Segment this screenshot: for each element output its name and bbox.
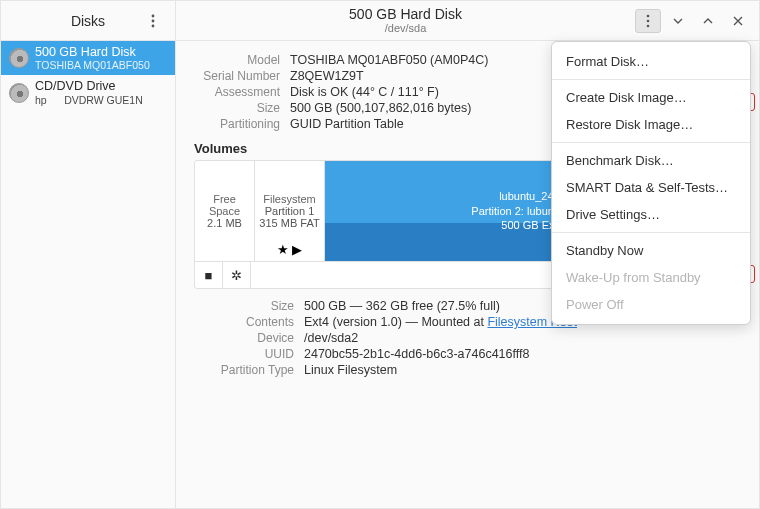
- window-title: 500 GB Hard Disk: [176, 7, 635, 22]
- app-window: Disks 500 GB Hard Disk TOSHIBA MQ01ABF05…: [0, 0, 760, 509]
- menu-separator: [552, 79, 750, 80]
- window-buttons: [635, 9, 751, 33]
- optical-icon: [9, 83, 29, 103]
- unmount-volume-button[interactable]: ■: [195, 262, 223, 288]
- label-partitioning: Partitioning: [194, 117, 280, 131]
- svg-point-3: [647, 14, 650, 17]
- label-vol-contents: Contents: [194, 315, 294, 329]
- window-subtitle: /dev/sda: [176, 22, 635, 34]
- hdd-icon: [9, 48, 29, 68]
- menu-create-disk-image[interactable]: Create Disk Image…: [552, 84, 750, 111]
- disk-label: CD/DVD Drive: [35, 79, 143, 93]
- svg-point-4: [647, 19, 650, 22]
- titlebar-center: 500 GB Hard Disk /dev/sda: [176, 7, 635, 34]
- menu-format-disk[interactable]: Format Disk…: [552, 48, 750, 75]
- label-vol-device: Device: [194, 331, 294, 345]
- value-vol-ptype: Linux Filesystem: [304, 363, 741, 377]
- sidebar-menu-button[interactable]: [141, 9, 165, 33]
- menu-separator: [552, 142, 750, 143]
- sidebar-title: Disks: [71, 13, 105, 29]
- volume-partition-1[interactable]: Filesystem Partition 1 315 MB FAT ★ ▶: [255, 161, 325, 261]
- label-model: Model: [194, 53, 280, 67]
- close-icon: [732, 15, 744, 27]
- header-menu-button[interactable]: [635, 9, 661, 33]
- svg-point-5: [647, 24, 650, 27]
- titlebar: 500 GB Hard Disk /dev/sda: [176, 1, 759, 41]
- menu-separator: [552, 232, 750, 233]
- value-vol-device: /dev/sda2: [304, 331, 741, 345]
- menu-benchmark-disk[interactable]: Benchmark Disk…: [552, 147, 750, 174]
- kebab-icon: [147, 14, 159, 28]
- disk-sublabel: TOSHIBA MQ01ABF050: [35, 59, 150, 71]
- disk-menu-popup: Format Disk… Create Disk Image… Restore …: [551, 41, 751, 325]
- disk-sublabel: hp DVDRW GUE1N: [35, 94, 143, 106]
- disk-label: 500 GB Hard Disk: [35, 45, 150, 59]
- disk-list: 500 GB Hard Disk TOSHIBA MQ01ABF050 CD/D…: [1, 41, 175, 508]
- menu-wakeup-standby: Wake-Up from Standby: [552, 264, 750, 291]
- maximize-button[interactable]: [695, 9, 721, 33]
- sidebar-header: Disks: [1, 1, 175, 41]
- value-vol-uuid: 2470bc55-2b1c-4dd6-b6c3-a746c416fff8: [304, 347, 741, 361]
- content-area: 500 GB Hard Disk /dev/sda: [176, 1, 759, 508]
- volume-stars: ★ ▶: [255, 242, 324, 257]
- label-assessment: Assessment: [194, 85, 280, 99]
- disk-item-hard-disk[interactable]: 500 GB Hard Disk TOSHIBA MQ01ABF050: [1, 41, 175, 75]
- volume-free-space[interactable]: Free Space 2.1 MB: [195, 161, 255, 261]
- label-serial: Serial Number: [194, 69, 280, 83]
- label-vol-uuid: UUID: [194, 347, 294, 361]
- volume-settings-button[interactable]: ✲: [223, 262, 251, 288]
- sidebar: Disks 500 GB Hard Disk TOSHIBA MQ01ABF05…: [1, 1, 176, 508]
- close-button[interactable]: [725, 9, 751, 33]
- label-vol-ptype: Partition Type: [194, 363, 294, 377]
- kebab-icon: [643, 14, 653, 28]
- menu-power-off: Power Off: [552, 291, 750, 318]
- menu-drive-settings[interactable]: Drive Settings…: [552, 201, 750, 228]
- minimize-button[interactable]: [665, 9, 691, 33]
- disk-item-optical[interactable]: CD/DVD Drive hp DVDRW GUE1N: [1, 75, 175, 109]
- menu-smart-data[interactable]: SMART Data & Self-Tests…: [552, 174, 750, 201]
- chevron-down-icon: [672, 15, 684, 27]
- chevron-up-icon: [702, 15, 714, 27]
- menu-standby-now[interactable]: Standby Now: [552, 237, 750, 264]
- svg-point-2: [152, 24, 155, 27]
- svg-point-0: [152, 14, 155, 17]
- menu-restore-disk-image[interactable]: Restore Disk Image…: [552, 111, 750, 138]
- label-vol-size: Size: [194, 299, 294, 313]
- svg-point-1: [152, 19, 155, 22]
- label-size: Size: [194, 101, 280, 115]
